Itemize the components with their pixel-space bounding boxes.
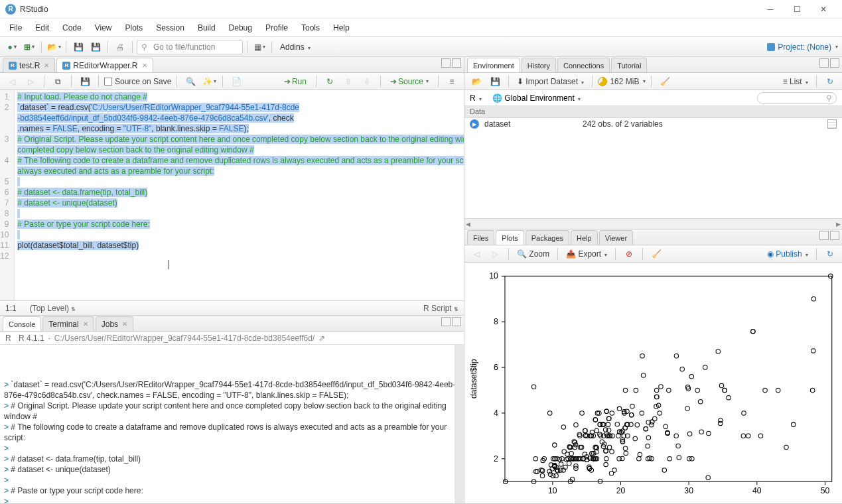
- save-all-button[interactable]: 💾: [88, 40, 104, 54]
- menu-debug[interactable]: Debug: [222, 21, 259, 35]
- minimize-button[interactable]: ─: [757, 1, 784, 17]
- go-down-button[interactable]: ⇩: [359, 74, 375, 89]
- publish-button[interactable]: ◉ Publish ▾: [764, 248, 811, 260]
- source-editor[interactable]: 12 3 4 56789101112 # Input load. Please …: [0, 90, 464, 300]
- svg-point-67: [689, 375, 694, 379]
- refresh-plot-button[interactable]: ↻: [822, 247, 838, 261]
- grid-button[interactable]: ▦▾: [251, 40, 267, 54]
- tab-viewer[interactable]: Viewer: [599, 230, 633, 245]
- rerun-button[interactable]: ↻: [322, 74, 338, 89]
- env-row-dataset[interactable]: ▶ dataset 242 obs. of 2 variables: [464, 118, 842, 130]
- wand-button[interactable]: ✨▾: [201, 74, 217, 89]
- menu-session[interactable]: Session: [149, 21, 191, 35]
- tab-tutorial[interactable]: Tutorial: [611, 58, 647, 72]
- forward-button[interactable]: ▷: [23, 74, 38, 89]
- tab-files[interactable]: Files: [467, 230, 494, 245]
- menu-build[interactable]: Build: [191, 21, 222, 35]
- source-on-save-checkbox[interactable]: [104, 78, 112, 86]
- print-button[interactable]: 🖨: [112, 40, 128, 54]
- language-selector[interactable]: R Script ⇅: [423, 304, 458, 313]
- close-icon[interactable]: ✕: [44, 62, 49, 69]
- plots-pane: Files Plots Packages Help Viewer ◁ ▷ 🔍 Z…: [464, 229, 842, 504]
- zoom-button[interactable]: 🔍 Zoom: [514, 248, 552, 260]
- menu-help[interactable]: Help: [326, 21, 356, 35]
- menu-plots[interactable]: Plots: [119, 21, 150, 35]
- pane-window-buttons[interactable]: [819, 231, 839, 240]
- svg-point-111: [646, 444, 650, 449]
- tab-plots[interactable]: Plots: [496, 230, 524, 245]
- env-hscroll[interactable]: ◀▶: [464, 218, 842, 229]
- save-button[interactable]: 💾: [70, 40, 86, 54]
- run-button[interactable]: ➔ Run: [280, 76, 311, 88]
- menu-edit[interactable]: Edit: [29, 21, 56, 35]
- env-var-desc: 242 obs. of 2 variables: [583, 119, 663, 129]
- outline-button[interactable]: ≡: [444, 74, 460, 89]
- tab-console[interactable]: Console: [3, 316, 41, 331]
- remove-plot-button[interactable]: ⊘: [621, 247, 637, 261]
- find-button[interactable]: 🔍: [182, 74, 198, 89]
- console-tabs: Console Terminal✕ Jobs✕: [0, 316, 464, 332]
- project-selector[interactable]: Project: (None) ▾: [767, 42, 838, 52]
- go-up-button[interactable]: ⇧: [340, 74, 356, 89]
- menu-code[interactable]: Code: [56, 21, 88, 35]
- env-search-input[interactable]: ⚲: [757, 92, 837, 104]
- save-source-button[interactable]: 💾: [77, 74, 93, 89]
- menu-profile[interactable]: Profile: [259, 21, 295, 35]
- prev-plot-button[interactable]: ◁: [468, 247, 484, 261]
- expand-icon[interactable]: ▶: [470, 119, 479, 129]
- back-button[interactable]: ◁: [4, 74, 20, 89]
- svg-point-81: [559, 462, 563, 467]
- import-dataset-button[interactable]: ⬇ Import Dataset ▾: [514, 76, 587, 88]
- env-var-name: dataset: [484, 119, 577, 129]
- list-view-button[interactable]: ≡ List ▾: [780, 76, 811, 88]
- svg-point-248: [583, 428, 588, 433]
- tab-terminal[interactable]: Terminal✕: [42, 316, 94, 331]
- export-button[interactable]: 📤 Export ▾: [563, 248, 610, 260]
- maximize-button[interactable]: ☐: [784, 1, 810, 17]
- env-scope-selector[interactable]: 🌐 Global Environment ▾: [492, 94, 581, 103]
- load-workspace-button[interactable]: 📂: [468, 74, 484, 89]
- pane-window-buttons[interactable]: [441, 58, 461, 68]
- pane-window-buttons[interactable]: [819, 58, 839, 68]
- save-workspace-button[interactable]: 💾: [487, 74, 503, 89]
- console-output[interactable]: > `dataset` = read.csv('C:/Users/User/RE…: [0, 345, 464, 503]
- source-button[interactable]: ➔ Source ▾: [386, 76, 433, 88]
- close-icon[interactable]: ✕: [142, 62, 147, 69]
- tab-history[interactable]: History: [522, 58, 556, 72]
- view-data-icon[interactable]: [827, 119, 837, 129]
- svg-point-180: [791, 422, 796, 427]
- new-project-button[interactable]: ⊞▾: [21, 40, 37, 54]
- svg-point-208: [687, 457, 692, 462]
- pane-window-buttons[interactable]: [441, 317, 461, 326]
- menu-file[interactable]: File: [3, 21, 29, 35]
- tab-jobs[interactable]: Jobs✕: [96, 316, 133, 331]
- tab-test-r[interactable]: Rtest.R✕: [3, 58, 55, 72]
- lang-selector[interactable]: R ▾: [470, 94, 482, 103]
- addins-button[interactable]: Addins ▾: [276, 41, 315, 53]
- close-button[interactable]: ✕: [810, 1, 837, 17]
- menu-view[interactable]: View: [88, 21, 119, 35]
- tab-reditorwrapper-r[interactable]: RREditorWrapper.R✕: [56, 58, 153, 72]
- new-file-button[interactable]: ●▾: [4, 40, 20, 54]
- show-in-new-window-button[interactable]: ⧉: [50, 74, 66, 89]
- scrollbar[interactable]: [455, 345, 464, 503]
- svg-point-238: [667, 457, 672, 462]
- tab-environment[interactable]: Environment: [467, 58, 520, 72]
- scope-selector[interactable]: (Top Level) ⇅: [30, 304, 76, 313]
- wd-icon[interactable]: ⇗: [318, 334, 325, 343]
- next-plot-button[interactable]: ▷: [487, 247, 503, 261]
- code-area[interactable]: # Input load. Please do not change #`dat…: [15, 90, 464, 300]
- compile-report-button[interactable]: 📄: [228, 74, 244, 89]
- tab-help[interactable]: Help: [571, 230, 598, 245]
- refresh-env-button[interactable]: ↻: [822, 74, 838, 89]
- clear-plots-button[interactable]: 🧹: [648, 247, 664, 261]
- r-icon: R: [5, 334, 15, 343]
- menu-tools[interactable]: Tools: [295, 21, 326, 35]
- tab-packages[interactable]: Packages: [526, 230, 569, 245]
- clear-workspace-button[interactable]: 🧹: [657, 74, 673, 89]
- open-file-button[interactable]: 📂▾: [46, 40, 62, 54]
- svg-point-239: [637, 457, 642, 462]
- memory-usage[interactable]: 162 MiB ▾: [598, 77, 646, 86]
- tab-connections[interactable]: Connections: [557, 58, 610, 72]
- goto-file-input[interactable]: ⚲ Go to file/function: [137, 40, 243, 54]
